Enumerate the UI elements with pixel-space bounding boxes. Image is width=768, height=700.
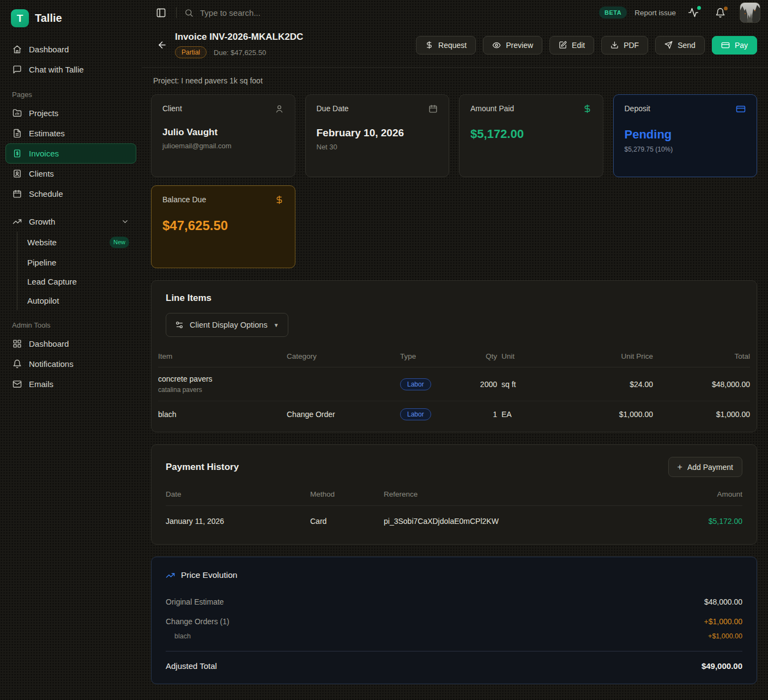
add-payment-button[interactable]: + Add Payment [668, 457, 742, 477]
item-qty: 1 [453, 410, 497, 419]
payment-history-title: Payment History [166, 462, 239, 473]
card-label: Deposit [625, 104, 650, 113]
balance-due-card: Balance Due $47,625.50 [151, 185, 295, 268]
status-badge: Partial [175, 46, 207, 58]
sidebar-item-website[interactable]: Website New [17, 232, 136, 253]
payment-method: Card [310, 517, 384, 526]
dropdown-arrow-icon: ▼ [274, 322, 279, 328]
chevron-down-icon [121, 218, 129, 226]
notifications-button[interactable] [711, 7, 730, 19]
growth-subnav: Website New Pipeline Lead Capture Autopi… [17, 232, 136, 310]
sidebar-item-invoices[interactable]: Invoices [5, 143, 136, 164]
credit-card-icon [736, 104, 746, 114]
bell-icon [13, 359, 22, 369]
sidebar-item-label: Emails [29, 379, 53, 389]
preview-button[interactable]: Preview [483, 36, 542, 55]
column-header: Method [310, 490, 384, 498]
sidebar-item-clients[interactable]: Clients [5, 164, 136, 184]
table-row: January 11, 2026 Card pi_3Sobi7CaXDjdola… [166, 506, 742, 538]
row-label: Change Orders (1) [166, 617, 229, 626]
sidebar-item-projects[interactable]: Projects [5, 103, 136, 123]
client-card: Client Julio Vaught julioemail@gmail.com [151, 94, 295, 177]
deposit-status: Pending [625, 128, 746, 142]
sidebar-item-admin-dashboard[interactable]: Dashboard [5, 334, 136, 354]
column-header: Date [166, 490, 310, 498]
payment-reference: pi_3Sobi7CaXDjdolaE0mCPl2KW [384, 517, 633, 526]
user-avatar[interactable] [740, 2, 760, 23]
sidebar-item-notifications[interactable]: Notifications [5, 354, 136, 374]
column-header: Reference [384, 490, 633, 498]
button-label: Request [438, 41, 467, 50]
column-header: Total [657, 352, 750, 360]
sidebar-item-label: Lead Capture [27, 277, 77, 286]
trending-up-icon [13, 217, 22, 226]
price-evolution-title: Price Evolution [181, 570, 237, 580]
payment-history-table: Date Method Reference Amount January 11,… [152, 477, 757, 544]
back-button[interactable] [152, 37, 173, 53]
search-input[interactable] [199, 8, 373, 18]
user-icon [275, 104, 284, 113]
sidebar-item-emails[interactable]: Emails [5, 374, 136, 394]
sidebar-item-label: Website [27, 238, 57, 247]
sidebar-item-estimates[interactable]: Estimates [5, 123, 136, 143]
sidebar-item-lead-capture[interactable]: Lead Capture [17, 272, 136, 291]
client-display-options-button[interactable]: Client Display Options ▼ [166, 313, 288, 337]
search-icon [184, 8, 193, 17]
table-row: concrete pavers catalina pavers Labor 20… [158, 367, 750, 401]
sidebar-item-growth[interactable]: Growth [5, 212, 136, 232]
topbar-divider [176, 7, 177, 18]
row-value: $49,000.00 [702, 661, 742, 671]
due-date-card: Due Date February 10, 2026 Net 30 [305, 94, 450, 177]
arrow-left-icon [157, 40, 167, 50]
pdf-button[interactable]: PDF [601, 36, 648, 55]
sidebar: T Tallie Dashboard Chat with Tallie Page… [0, 0, 142, 700]
balance-due-value: $47,625.50 [162, 218, 284, 233]
invoice-title-block: Invoice INV-2026-MKALK2DC Partial Due: $… [175, 32, 303, 58]
invoice-content: Project: I need pavers 1k sq foot Client… [142, 68, 768, 700]
summary-cards: Client Julio Vaught julioemail@gmail.com… [151, 94, 757, 177]
column-header: Category [287, 352, 396, 360]
change-order-item-row: blach +$1,000.00 [166, 632, 742, 640]
pay-button[interactable]: Pay [712, 36, 757, 55]
row-value: +$1,000.00 [704, 617, 742, 626]
due-amount-text: Due: $47,625.50 [214, 49, 266, 57]
row-label: blach [174, 632, 191, 640]
eye-icon [492, 41, 501, 50]
payment-date: January 11, 2026 [166, 517, 310, 526]
sidebar-item-chat[interactable]: Chat with Tallie [5, 59, 136, 80]
sidebar-item-autopilot[interactable]: Autopilot [17, 291, 136, 310]
item-unit-price: $24.00 [544, 380, 653, 389]
download-icon [610, 41, 619, 49]
edit-button[interactable]: Edit [549, 36, 594, 55]
report-issue-link[interactable]: Report issue [634, 9, 676, 17]
payment-history-panel: Payment History + Add Payment Date Metho… [151, 444, 757, 545]
credit-card-icon [721, 41, 730, 50]
sidebar-toggle-button[interactable] [154, 5, 168, 20]
column-header: Amount [633, 490, 742, 498]
button-label: Pay [735, 41, 748, 50]
contact-icon [13, 169, 22, 178]
activity-button[interactable] [684, 6, 703, 19]
button-label: Client Display Options [190, 321, 268, 329]
column-header: Item [158, 352, 282, 360]
request-button[interactable]: Request [416, 36, 476, 55]
sidebar-item-schedule[interactable]: Schedule [5, 184, 136, 204]
button-label: PDF [624, 41, 639, 50]
pages-section-label: Pages [5, 80, 136, 103]
item-category: Change Order [287, 410, 396, 419]
send-button[interactable]: Send [655, 36, 705, 55]
sidebar-item-label: Autopilot [27, 296, 59, 305]
invoice-header: Invoice INV-2026-MKALK2DC Partial Due: $… [142, 25, 768, 68]
item-name: concrete pavers [158, 375, 213, 383]
sidebar-item-label: Chat with Tallie [29, 65, 84, 74]
admin-section-label: Admin Tools [5, 310, 136, 334]
row-value: $48,000.00 [704, 598, 742, 606]
item-subtitle: catalina pavers [158, 386, 282, 394]
amount-paid-value: $5,172.00 [470, 127, 592, 141]
sidebar-item-pipeline[interactable]: Pipeline [17, 253, 136, 272]
sidebar-item-dashboard[interactable]: Dashboard [5, 39, 136, 59]
sliders-icon [175, 321, 184, 329]
sidebar-item-label: Dashboard [29, 45, 69, 54]
sidebar-item-label: Dashboard [29, 339, 69, 348]
item-qty: 2000 [453, 380, 497, 389]
